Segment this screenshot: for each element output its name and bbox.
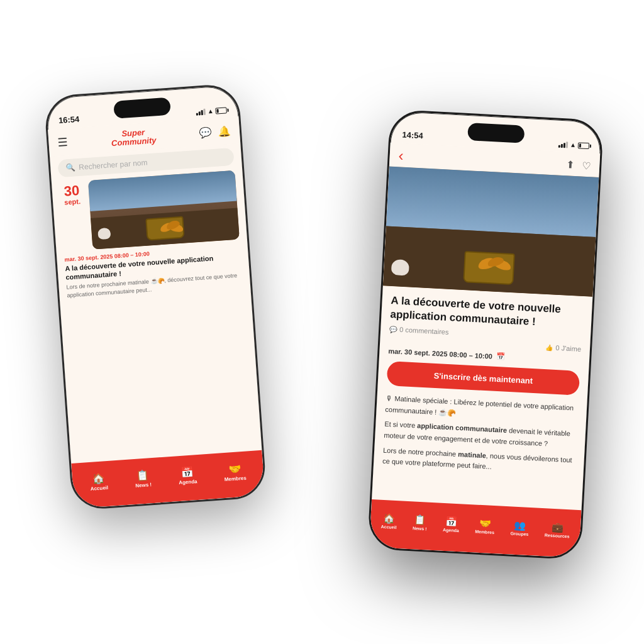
p2-desc-p3: Lors de notre prochaine matinale, nous v…	[382, 445, 575, 477]
p1-logo: Super Community	[111, 127, 157, 148]
chat-icon[interactable]: 💬	[199, 126, 212, 139]
comments-bubble-icon: 💬	[389, 326, 397, 333]
time-1: 16:54	[58, 114, 80, 125]
p1-event-info: mar. 30 sept. 2025 08:00 – 10:00 A la dé…	[57, 243, 250, 300]
search-icon-1: 🔍	[65, 163, 75, 172]
p2-register-button[interactable]: S'inscrire dès maintenant	[387, 361, 580, 396]
nav-membres[interactable]: 🤝 Membres	[223, 462, 247, 482]
p2-nav-accueil-label: Accueil	[380, 525, 396, 530]
p2-nav-ressources[interactable]: 💼 Ressources	[545, 521, 570, 538]
p2-nav-ressources-label: Ressources	[545, 533, 570, 538]
p2-likes-count: 0 J'aime	[555, 344, 581, 353]
p2-nav-accueil[interactable]: 🏠 Accueil	[380, 513, 397, 530]
scene: 16:54 ▲ ☰ Super	[39, 39, 605, 605]
p2-hero-image	[383, 167, 599, 297]
teapot	[97, 227, 111, 239]
basket	[145, 216, 184, 240]
p1-header-icons: 💬 🔔	[199, 125, 231, 139]
p2-nav-groupes-label: Groupes	[510, 531, 528, 536]
p2-nav-news-label: News !	[413, 526, 427, 531]
p1-bottom-nav: 🏠 Accueil 📋 News ! 📅 Agenda 🤝 Membres	[71, 450, 265, 509]
p1-event-image	[88, 170, 240, 249]
bell-icon[interactable]: 🔔	[218, 125, 231, 138]
home-icon: 🏠	[92, 472, 105, 484]
p1-date-badge: 30 sept.	[59, 180, 85, 206]
phone-2: 14:54 ▲ ‹ ⬆	[367, 109, 604, 560]
p2-membres-icon: 🤝	[479, 518, 491, 530]
screen-2: ‹ ⬆ ♡	[369, 143, 600, 558]
p1-event-card[interactable]: 30 sept.	[59, 170, 240, 251]
p2-croissant-scene	[383, 167, 599, 297]
battery-icon-1	[215, 107, 227, 114]
p2-groupes-icon: 👥	[514, 519, 526, 531]
signal-bars-2	[558, 141, 569, 148]
wifi-icon-2: ▲	[570, 142, 576, 149]
membres-icon: 🤝	[228, 462, 242, 475]
p2-ressources-icon: 💼	[551, 521, 564, 533]
p2-article-title: A la découverte de votre nouvelle applic…	[390, 294, 584, 331]
p2-agenda-icon: 📅	[445, 516, 458, 528]
p2-comments-count: 0 commentaires	[399, 326, 449, 336]
wifi-icon-1: ▲	[207, 108, 214, 115]
p2-nav-agenda-label: Agenda	[443, 528, 459, 533]
croissant-scene	[88, 170, 240, 249]
calendar-icon: 📅	[496, 352, 506, 361]
phone-1: 16:54 ▲ ☰ Super	[43, 83, 267, 511]
p1-date-number: 30	[59, 183, 84, 199]
nav-news-label: News !	[135, 482, 152, 489]
p2-nav-membres-label: Membres	[475, 530, 494, 535]
p2-news-icon: 📋	[414, 514, 426, 526]
p1-date-month: sept.	[60, 197, 85, 206]
p2-nav-news[interactable]: 📋 News !	[413, 514, 428, 531]
battery-icon-2	[578, 142, 589, 149]
p2-article-body: A la découverte de votre nouvelle applic…	[370, 286, 592, 531]
screen-1: ☰ Super Community 💬 🔔 🔍 Rechercher par n…	[48, 116, 265, 509]
p2-nav-membres[interactable]: 🤝 Membres	[475, 518, 495, 535]
status-icons-1: ▲	[196, 106, 227, 115]
signal-bars-1	[196, 108, 206, 115]
p2-header-actions: ⬆ ♡	[566, 158, 591, 172]
p2-nav-agenda[interactable]: 📅 Agenda	[443, 516, 460, 533]
time-2: 14:54	[402, 130, 423, 141]
p2-home-icon: 🏠	[383, 513, 396, 525]
back-icon[interactable]: ‹	[398, 147, 404, 164]
nav-accueil[interactable]: 🏠 Accueil	[89, 472, 108, 492]
share-icon[interactable]: ⬆	[566, 158, 575, 171]
p2-article-desc: 🎙 Matinale spéciale : Libérez le potenti…	[382, 393, 579, 477]
nav-agenda-label: Agenda	[179, 479, 197, 486]
nav-agenda[interactable]: 📅 Agenda	[177, 465, 197, 486]
p2-event-datetime: mar. 30 sept. 2025 08:00 – 10:00	[388, 347, 492, 360]
heart-icon[interactable]: ♡	[582, 159, 591, 172]
dynamic-island-2	[467, 123, 525, 143]
news-icon: 📋	[136, 469, 149, 481]
nav-news[interactable]: 📋 News !	[135, 469, 152, 489]
agenda-icon: 📅	[180, 465, 194, 478]
thumbs-up-icon: 👍	[545, 344, 553, 352]
p2-bottom-nav: 🏠 Accueil 📋 News ! 📅 Agenda 🤝 Membres 👥	[369, 499, 582, 558]
p2-nav-groupes[interactable]: 👥 Groupes	[510, 519, 529, 536]
nav-accueil-label: Accueil	[90, 485, 108, 492]
p1-search-placeholder: Rechercher par nom	[79, 158, 148, 172]
nav-membres-label: Membres	[224, 475, 247, 482]
hamburger-icon[interactable]: ☰	[57, 135, 68, 150]
status-icons-2: ▲	[558, 141, 589, 150]
